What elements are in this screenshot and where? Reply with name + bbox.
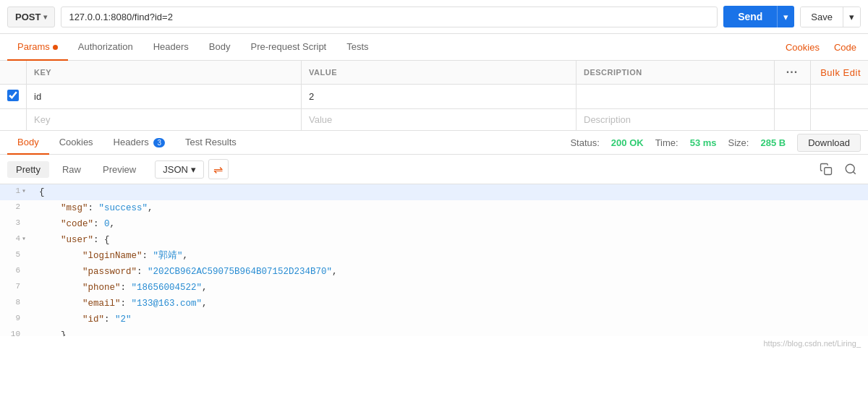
code-line: 9 "id": "2" [0, 312, 868, 327]
line-number: 9 [6, 312, 20, 325]
top-bar: POST ▾ Send ▾ Save ▾ [0, 0, 868, 34]
placeholder-desc[interactable]: Description [576, 109, 775, 131]
response-tab-results[interactable]: Test Results [175, 131, 247, 155]
size-label: Size: [728, 137, 749, 148]
view-pretty-button[interactable]: Pretty [7, 161, 49, 178]
svg-rect-0 [825, 168, 832, 175]
save-button-group: Save ▾ [800, 7, 861, 27]
send-dropdown-button[interactable]: ▾ [777, 6, 794, 27]
method-selector[interactable]: POST ▾ [7, 7, 55, 27]
line-number: 6 [6, 265, 20, 278]
code-line: 3 "code": 0, [0, 216, 868, 232]
time-label: Time: [655, 137, 678, 148]
placeholder-extra [810, 109, 868, 131]
row-value-cell: 2 [302, 85, 576, 109]
tab-params[interactable]: Params [7, 34, 68, 61]
expand-arrow-icon[interactable]: ▾ [22, 234, 26, 245]
line-gutter: 5 [0, 249, 36, 262]
save-button[interactable]: Save [801, 7, 843, 27]
line-gutter: 1▾ [0, 185, 36, 198]
code-line: 5 "loginName": "郭靖", [0, 248, 868, 264]
method-chevron-icon: ▾ [43, 13, 47, 21]
code-line: 8 "email": "133@163.com", [0, 296, 868, 312]
line-number: 7 [6, 280, 20, 294]
svg-line-2 [853, 171, 855, 173]
format-label: JSON [163, 164, 188, 175]
line-number: 4 [6, 233, 20, 246]
line-number: 10 [6, 328, 20, 336]
tab-body[interactable]: Body [199, 34, 241, 61]
line-gutter: 4▾ [0, 233, 36, 246]
response-tab-cookies[interactable]: Cookies [49, 131, 103, 155]
line-content: "email": "133@163.com", [36, 296, 868, 311]
tab-authorization[interactable]: Authorization [68, 34, 143, 61]
code-viewer-toolbar: Pretty Raw Preview JSON ▾ ⇌ [0, 155, 868, 184]
col-more: ··· [774, 61, 810, 85]
tab-headers[interactable]: Headers [143, 34, 199, 61]
response-tab-body[interactable]: Body [7, 131, 49, 155]
wrap-button[interactable]: ⇌ [208, 159, 229, 179]
placeholder-check [0, 109, 27, 131]
send-button-group: Send ▾ [723, 6, 794, 27]
response-tabs-row: Body Cookies Headers 3 Test Results Stat… [0, 131, 868, 155]
col-key: KEY [27, 61, 302, 85]
line-number: 1 [6, 185, 20, 198]
tab-prerequest[interactable]: Pre-request Script [240, 34, 336, 61]
bulk-edit-button[interactable]: Bulk Edit [820, 67, 861, 78]
status-area: Status: 200 OK Time: 53 ms Size: 285 B D… [247, 134, 861, 152]
placeholder-key[interactable]: Key [27, 109, 302, 131]
line-number: 8 [6, 296, 20, 309]
line-content: "msg": "success", [36, 201, 868, 215]
size-value: 285 B [760, 137, 786, 148]
headers-badge: 3 [153, 138, 165, 147]
cookies-link[interactable]: Cookies [781, 35, 824, 60]
format-chevron-icon: ▾ [191, 164, 196, 175]
watermark: https://blog.csdn.net/Liring_ [0, 336, 868, 351]
download-button[interactable]: Download [797, 134, 861, 152]
params-dot [53, 45, 58, 50]
row-extra-cell [810, 85, 868, 109]
placeholder-row: Key Value Description [0, 109, 868, 131]
code-line: 6 "password": "202CB962AC59075B964B07152… [0, 264, 868, 280]
col-value: VALUE [302, 61, 576, 85]
line-gutter: 8 [0, 296, 36, 309]
code-line: 7 "phone": "18656004522", [0, 280, 868, 296]
format-selector[interactable]: JSON ▾ [155, 160, 204, 179]
save-dropdown-button[interactable]: ▾ [843, 7, 860, 27]
line-content: "phone": "18656004522", [36, 280, 868, 295]
view-preview-button[interactable]: Preview [94, 161, 145, 178]
more-options-button[interactable]: ··· [786, 66, 798, 78]
placeholder-value[interactable]: Value [302, 109, 576, 131]
line-gutter: 7 [0, 280, 36, 294]
line-number: 2 [6, 201, 20, 214]
row-checkbox[interactable] [7, 90, 19, 101]
wrap-icon: ⇌ [213, 163, 223, 176]
status-value: 200 OK [611, 137, 644, 148]
row-more-cell [774, 85, 810, 109]
line-number: 3 [6, 217, 20, 230]
code-line: 10 } [0, 327, 868, 336]
status-label: Status: [570, 137, 599, 148]
code-area: 1▾{2 "msg": "success",3 "code": 0,4▾ "us… [0, 184, 868, 336]
tab-tests[interactable]: Tests [336, 34, 378, 61]
line-gutter: 10 [0, 328, 36, 336]
search-button[interactable] [841, 159, 861, 179]
code-link[interactable]: Code [830, 35, 861, 60]
copy-button[interactable] [816, 159, 836, 179]
placeholder-more [774, 109, 810, 131]
line-content: "id": "2" [36, 312, 868, 327]
url-input[interactable] [61, 7, 718, 27]
expand-arrow-icon[interactable]: ▾ [22, 186, 26, 197]
table-row: id 2 [0, 85, 868, 109]
line-content: "user": { [36, 233, 868, 247]
response-tab-headers[interactable]: Headers 3 [103, 131, 175, 155]
svg-point-1 [846, 164, 854, 173]
line-number: 5 [6, 249, 20, 262]
row-check-cell [0, 85, 27, 109]
line-content: } [36, 328, 868, 336]
send-button[interactable]: Send [723, 6, 777, 27]
code-line: 4▾ "user": { [0, 232, 868, 248]
line-content: "code": 0, [36, 217, 868, 231]
view-raw-button[interactable]: Raw [54, 161, 90, 178]
params-table: KEY VALUE DESCRIPTION ··· Bulk Edit id 2 [0, 61, 868, 131]
